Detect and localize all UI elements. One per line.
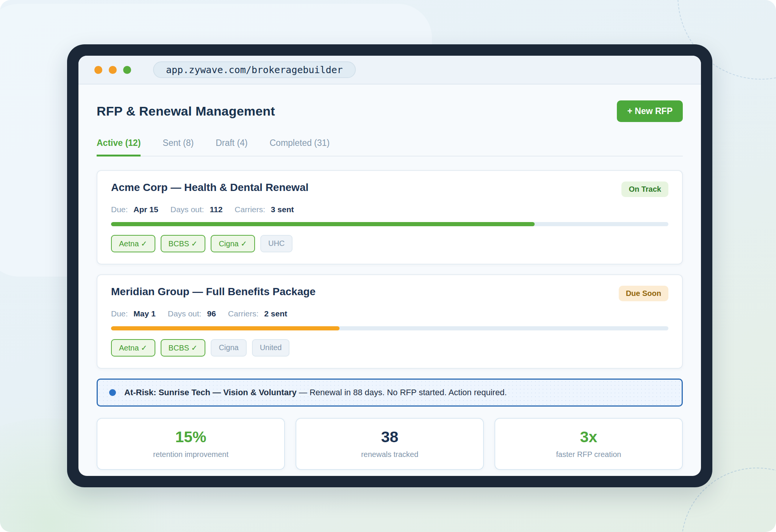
due-label: Due: bbox=[111, 309, 128, 318]
carriers-label: Carriers: bbox=[228, 309, 259, 318]
url-text: app.zywave.com/brokeragebuilder bbox=[166, 64, 343, 75]
rfp-card-meridian[interactable]: Meridian Group — Full Benefits Package D… bbox=[97, 274, 683, 369]
window-control-maximize-icon[interactable] bbox=[123, 66, 131, 74]
days-out-label: Days out: bbox=[171, 205, 204, 214]
days-out-value: 112 bbox=[210, 205, 222, 214]
tab-completed[interactable]: Completed (31) bbox=[270, 138, 330, 156]
meta-due: Due: May 1 bbox=[111, 309, 156, 318]
carrier-chip-bcbs[interactable]: BCBS ✓ bbox=[161, 339, 206, 357]
progress-fill bbox=[111, 222, 535, 226]
new-rfp-button[interactable]: + New RFP bbox=[617, 100, 683, 122]
stat-card-retention: 15% retention improvement bbox=[97, 418, 285, 470]
carriers-value: 3 sent bbox=[271, 205, 294, 214]
card-meta: Due: Apr 15 Days out: 112 Carriers: 3 se… bbox=[111, 205, 668, 214]
stat-label: retention improvement bbox=[97, 450, 284, 459]
due-label: Due: bbox=[111, 205, 128, 214]
status-badge: Due Soon bbox=[619, 286, 668, 301]
carriers-label: Carriers: bbox=[235, 205, 265, 214]
carrier-chip-cigna[interactable]: Cigna ✓ bbox=[211, 235, 255, 252]
meta-days-out: Days out: 112 bbox=[171, 205, 223, 214]
carrier-chips: Aetna ✓ BCBS ✓ Cigna ✓ UHC bbox=[111, 235, 668, 252]
card-meta: Due: May 1 Days out: 96 Carriers: 2 sent bbox=[111, 309, 668, 318]
meta-carriers: Carriers: 2 sent bbox=[228, 309, 287, 318]
stat-label: faster RFP creation bbox=[495, 450, 682, 459]
card-header: Acme Corp — Health & Dental Renewal On T… bbox=[111, 182, 668, 197]
stat-card-renewals: 38 renewals tracked bbox=[296, 418, 484, 470]
page-header: RFP & Renewal Management + New RFP bbox=[97, 100, 683, 122]
carrier-chip-aetna[interactable]: Aetna ✓ bbox=[111, 339, 155, 357]
window-control-minimize-icon[interactable] bbox=[109, 66, 117, 74]
alert-dot-icon bbox=[109, 389, 116, 396]
address-bar[interactable]: app.zywave.com/brokeragebuilder bbox=[153, 61, 356, 78]
meta-due: Due: Apr 15 bbox=[111, 205, 158, 214]
carriers-value: 2 sent bbox=[264, 309, 287, 318]
stat-value: 3x bbox=[495, 428, 682, 446]
window-control-close-icon[interactable] bbox=[94, 66, 102, 74]
alert-text-bold: At-Risk: Sunrise Tech — Vision & Volunta… bbox=[124, 388, 297, 397]
card-title: Meridian Group — Full Benefits Package bbox=[111, 286, 316, 298]
stat-value: 15% bbox=[97, 428, 284, 446]
due-value: Apr 15 bbox=[133, 205, 158, 214]
carrier-chip-cigna[interactable]: Cigna bbox=[211, 339, 246, 357]
rfp-card-acme[interactable]: Acme Corp — Health & Dental Renewal On T… bbox=[97, 170, 683, 264]
carrier-chip-united[interactable]: United bbox=[252, 339, 290, 357]
stat-label: renewals tracked bbox=[296, 450, 483, 459]
status-badge: On Track bbox=[621, 182, 668, 197]
meta-carriers: Carriers: 3 sent bbox=[235, 205, 294, 214]
meta-days-out: Days out: 96 bbox=[168, 309, 216, 318]
stat-card-rfp-speed: 3x faster RFP creation bbox=[494, 418, 683, 470]
browser-toolbar: app.zywave.com/brokeragebuilder bbox=[78, 56, 701, 84]
browser-screen: app.zywave.com/brokeragebuilder RFP & Re… bbox=[78, 56, 701, 476]
carrier-chips: Aetna ✓ BCBS ✓ Cigna United bbox=[111, 339, 668, 357]
progress-track bbox=[111, 222, 668, 226]
tab-bar: Active (12) Sent (8) Draft (4) Completed… bbox=[97, 138, 683, 156]
browser-window: app.zywave.com/brokeragebuilder RFP & Re… bbox=[67, 44, 712, 487]
alert-text-rest: — Renewal in 88 days. No RFP started. Ac… bbox=[297, 388, 507, 397]
due-value: May 1 bbox=[133, 309, 155, 318]
tab-sent[interactable]: Sent (8) bbox=[163, 138, 194, 156]
window-controls bbox=[94, 66, 131, 74]
carrier-chip-bcbs[interactable]: BCBS ✓ bbox=[161, 235, 206, 252]
page-background: app.zywave.com/brokeragebuilder RFP & Re… bbox=[0, 0, 776, 532]
carrier-chip-aetna[interactable]: Aetna ✓ bbox=[111, 235, 155, 252]
days-out-value: 96 bbox=[207, 309, 216, 318]
stat-value: 38 bbox=[296, 428, 483, 446]
progress-fill bbox=[111, 326, 340, 330]
tab-active[interactable]: Active (12) bbox=[97, 138, 141, 156]
card-title: Acme Corp — Health & Dental Renewal bbox=[111, 182, 308, 194]
stats-row: 15% retention improvement 38 renewals tr… bbox=[97, 418, 683, 470]
carrier-chip-uhc[interactable]: UHC bbox=[260, 235, 293, 252]
card-header: Meridian Group — Full Benefits Package D… bbox=[111, 286, 668, 301]
days-out-label: Days out: bbox=[168, 309, 202, 318]
progress-track bbox=[111, 326, 668, 330]
page-title: RFP & Renewal Management bbox=[97, 104, 275, 119]
at-risk-alert[interactable]: At-Risk: Sunrise Tech — Vision & Volunta… bbox=[97, 379, 683, 407]
main-content: RFP & Renewal Management + New RFP Activ… bbox=[78, 84, 701, 476]
tab-draft[interactable]: Draft (4) bbox=[216, 138, 247, 156]
alert-text: At-Risk: Sunrise Tech — Vision & Volunta… bbox=[124, 388, 507, 397]
